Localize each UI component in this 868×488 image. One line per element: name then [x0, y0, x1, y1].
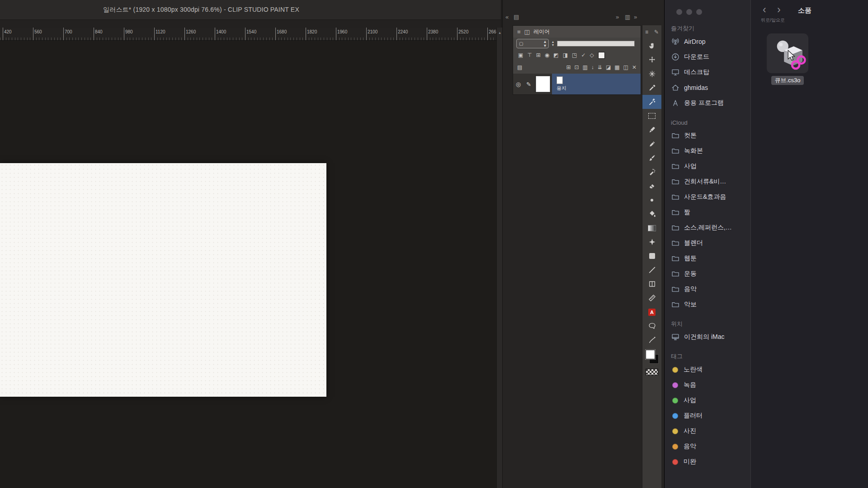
pen-tool[interactable] [642, 123, 661, 137]
gradient-tool[interactable] [642, 221, 661, 235]
airbrush-tool[interactable] [642, 165, 661, 179]
split-panel-icon[interactable]: ⊞ [536, 52, 541, 58]
fill-tool[interactable] [642, 207, 661, 221]
line-correct-tool[interactable] [642, 333, 661, 347]
sidebar-item[interactable]: 짤 [665, 205, 750, 220]
sidebar-item[interactable]: AirDrop [665, 34, 750, 49]
blend-mode-select[interactable]: ▢ ▴ ▾ [516, 39, 549, 48]
sidebar-item[interactable]: 음악 [665, 282, 750, 297]
balloon-tool[interactable] [642, 319, 661, 333]
thumbnail-style-icon[interactable]: ▣ [518, 52, 523, 58]
auto-select-tool[interactable] [642, 95, 661, 109]
sidebar-item[interactable]: 악보 [665, 297, 750, 312]
lock-transparency-icon[interactable]: ◩ [553, 52, 558, 58]
two-pane-icon[interactable]: ◫ [623, 64, 628, 70]
merge-down-icon[interactable]: ⇊ [598, 64, 602, 70]
sidebar-item-label: 데스크탑 [684, 68, 709, 76]
forward-button[interactable]: › [777, 4, 781, 16]
sidebar-item[interactable]: ghmidas [665, 80, 750, 95]
operation-tool[interactable] [642, 67, 661, 81]
figure-tool[interactable] [642, 249, 661, 263]
apply-mask-icon[interactable]: ▦ [614, 64, 619, 70]
sidebar-item[interactable]: 웹툰 [665, 251, 750, 266]
delete-layer-icon[interactable]: ✕ [632, 64, 637, 70]
opacity-slider-fill [557, 41, 634, 46]
pan-tool[interactable] [642, 39, 661, 53]
sidebar-item[interactable]: 블렌더 [665, 235, 750, 251]
file-name[interactable]: 큐브.cs3o [771, 76, 803, 85]
frame-border-tool[interactable] [642, 277, 661, 291]
transfer-down-icon[interactable]: ↓ [591, 64, 594, 70]
transparent-color-swatch[interactable] [646, 369, 658, 375]
canvas-viewport[interactable] [0, 41, 496, 488]
text-tool[interactable]: A [642, 305, 661, 319]
enable-mask-icon[interactable]: ◨ [563, 52, 568, 58]
sidebar-item[interactable]: 사진 [665, 423, 750, 439]
ruler-range-icon[interactable]: ◳ [572, 52, 577, 58]
sidebar-item[interactable]: 응용 프로그램 [665, 95, 750, 111]
file-icon-tile[interactable] [767, 33, 808, 73]
file-item[interactable]: 큐브.cs3o [767, 33, 808, 85]
sidebar-item[interactable]: 건희서류&비… [665, 174, 750, 189]
sidebar-item[interactable]: 사업 [665, 393, 750, 408]
ruler-tool[interactable] [642, 291, 661, 305]
sidebar-item[interactable]: 녹음 [665, 377, 750, 393]
pin-layer-icon[interactable]: ⊤ [527, 52, 532, 58]
sidebar-item[interactable]: 노란색 [665, 362, 750, 377]
tool-menu-icon[interactable]: ≡ [645, 29, 648, 35]
sidebar-item[interactable]: 다운로드 [665, 49, 750, 65]
blend-tool[interactable] [642, 193, 661, 207]
back-button[interactable]: ‹ [763, 4, 766, 16]
sidebar-item[interactable]: 음악 [665, 439, 750, 454]
color-swatches[interactable] [642, 349, 661, 366]
create-mask-icon[interactable]: ◪ [606, 64, 611, 70]
sidebar-item[interactable]: 이건희의 iMac [665, 329, 750, 345]
marquee-tool[interactable] [642, 109, 661, 123]
sidebar-item[interactable]: 컷톤 [665, 128, 750, 143]
expand-panels-icon[interactable]: » [616, 14, 619, 20]
close-button[interactable] [676, 9, 682, 15]
sidebar-item[interactable]: 녹화본 [665, 143, 750, 159]
decoration-tool[interactable] [642, 235, 661, 249]
layer-selected-area[interactable]: 용지 [552, 74, 641, 94]
layer-row[interactable]: ◎ ✎ 용지 [513, 74, 641, 94]
new-folder-icon[interactable]: ▥ [583, 64, 588, 70]
panel-layout-icon[interactable]: ▤ [514, 14, 519, 20]
pencil-tool[interactable] [642, 137, 661, 151]
panel-layout2-icon[interactable]: ▥ [625, 14, 630, 20]
sidebar-item[interactable]: 운동 [665, 266, 750, 282]
lock-layer-icon[interactable]: ◉ [545, 52, 549, 58]
stepper-down-icon[interactable]: ▾ [552, 43, 554, 47]
brush-tool[interactable] [642, 151, 661, 165]
eraser-tool[interactable] [642, 179, 661, 193]
tool-pen-icon[interactable]: ✎ [654, 29, 659, 35]
sidebar-item[interactable]: 사업 [665, 159, 750, 174]
new-vector-layer-icon[interactable]: ⊡ [574, 64, 579, 70]
layer-filter-icon[interactable]: ▤ [517, 64, 522, 70]
layer-thumbnail[interactable] [536, 76, 550, 92]
opacity-stepper[interactable]: ▴ ▾ [552, 40, 554, 47]
sidebar-item[interactable]: 플러터 [665, 408, 750, 423]
eyedropper-tool[interactable] [642, 81, 661, 95]
sidebar-item[interactable]: 데스크탑 [665, 65, 750, 80]
new-layer-icon[interactable]: ⊞ [566, 64, 571, 70]
visibility-eye-icon[interactable]: ◎ [513, 74, 524, 94]
sidebar-item[interactable]: 미완 [665, 454, 750, 469]
foreground-color-swatch[interactable] [646, 350, 655, 359]
move-tool[interactable] [642, 53, 661, 67]
line-tool[interactable] [642, 263, 661, 277]
select-source-icon[interactable]: ✓ [581, 52, 585, 58]
sidebar-item[interactable]: 사운드&효과음 [665, 189, 750, 205]
minimize-button[interactable] [686, 9, 692, 15]
scroll-up-icon[interactable]: ▴ [499, 30, 501, 35]
opacity-slider[interactable] [557, 41, 635, 47]
zoom-button[interactable] [696, 9, 702, 15]
collapse-panels-icon[interactable]: « [505, 14, 509, 20]
layer-color-swatch[interactable] [598, 52, 605, 59]
draft-layer-icon[interactable]: ◇ [590, 52, 594, 58]
panel-menu-icon[interactable]: ≡ [517, 28, 521, 35]
vertical-scrollbar[interactable]: ▴ [496, 28, 503, 488]
sidebar-item[interactable]: 소스,레퍼런스,… [665, 220, 750, 235]
canvas-page[interactable] [0, 163, 326, 397]
expand-panels2-icon[interactable]: » [634, 14, 637, 20]
